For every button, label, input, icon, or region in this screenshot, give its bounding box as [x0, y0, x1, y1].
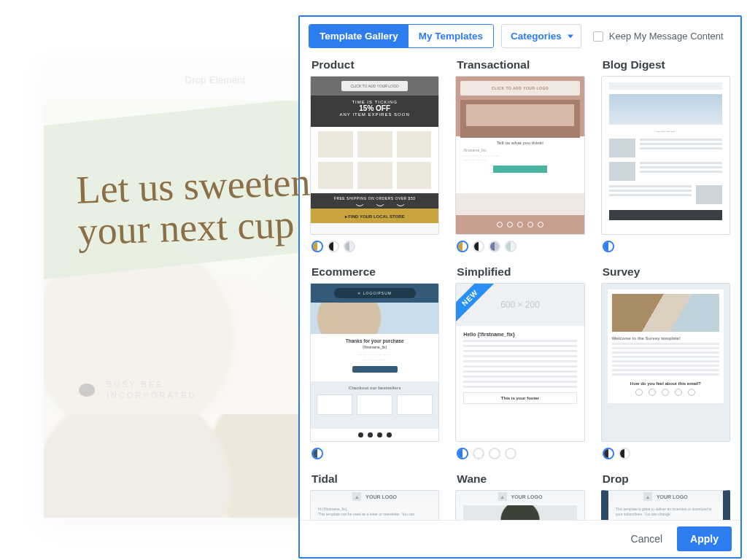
your-logo: YOUR LOGO — [511, 494, 543, 499]
template-thumbnail[interactable]: ▲YOUR LOGO — [455, 490, 584, 520]
keep-content-label: Keep My Message Content — [609, 31, 724, 42]
template-thumbnail[interactable]: Welcome to the Survey template! How do y… — [601, 283, 730, 442]
template-title: Survey — [603, 265, 730, 279]
color-swatches — [457, 241, 584, 252]
swatch[interactable] — [489, 241, 500, 252]
hello-heading: Hello {!firstname_fix} — [463, 332, 576, 337]
drop-line: This template is great to deliver an inc… — [616, 507, 716, 516]
swatch[interactable] — [505, 241, 516, 252]
your-logo: YOUR LOGO — [657, 494, 688, 499]
brand-pill: ✳ LOGOIPSUM — [334, 288, 416, 298]
your-logo: YOUR LOGO — [365, 494, 397, 499]
color-swatches — [603, 241, 730, 252]
mock-cta — [493, 166, 548, 173]
swatch[interactable] — [603, 241, 614, 252]
template-title: Wane — [457, 472, 584, 486]
template-thumbnail[interactable]: CLICK TO ADD YOUR LOGO Tell us what you … — [455, 76, 584, 235]
tab-my-templates[interactable]: My Templates — [409, 25, 493, 47]
categories-label: Categories — [511, 31, 562, 42]
swatch[interactable] — [311, 448, 323, 459]
image-icon: ▲ — [352, 492, 361, 501]
template-tidal[interactable]: Tidal ▲YOUR LOGO Hi {!firstname_fix}, Th… — [310, 468, 439, 520]
template-thumbnail[interactable]: ✳ LOGOIPSUM Thanks for your purchase {!f… — [310, 283, 439, 442]
logo-placeholder: CLICK TO ADD YOUR LOGO — [460, 81, 579, 96]
cancel-button[interactable]: Cancel — [624, 527, 670, 551]
template-title: Tidal — [311, 472, 439, 486]
footer-box: This is your footer — [463, 392, 576, 404]
color-swatches — [311, 448, 439, 459]
welcome-heading: Welcome to the Survey template! — [612, 336, 719, 341]
template-thumbnail[interactable]: ▲YOUR LOGO This template is great to del… — [601, 490, 730, 520]
template-title: Transactional — [457, 58, 584, 71]
swatch[interactable] — [457, 448, 468, 459]
image-icon: ▲ — [498, 492, 507, 501]
mock-image-row — [456, 193, 584, 215]
swatch[interactable] — [473, 241, 484, 252]
caret-down-icon — [568, 34, 573, 38]
editor-headline-line2: your next cup — [77, 202, 295, 253]
tidal-line: This template can be used as a letter or… — [318, 512, 431, 517]
template-drop[interactable]: Drop ▲YOUR LOGO This template is great t… — [601, 468, 730, 520]
mock-footer — [456, 215, 584, 234]
template-title: Product — [311, 58, 439, 71]
color-swatches — [457, 448, 584, 459]
swatch[interactable] — [603, 448, 614, 459]
template-title: Ecommerce — [311, 265, 439, 279]
template-title: Drop — [603, 472, 730, 486]
swatch[interactable] — [473, 448, 484, 459]
thanks-heading: Thanks for your purchase — [318, 338, 431, 343]
mock-heading: Tell us what you think! — [463, 141, 576, 145]
template-survey[interactable]: Survey Welcome to the Survey template! H… — [601, 261, 730, 459]
template-transactional[interactable]: Transactional CLICK TO ADD YOUR LOGO Tel… — [455, 54, 584, 252]
template-title: Blog Digest — [603, 58, 730, 71]
swatch[interactable] — [505, 448, 516, 459]
swatch[interactable] — [457, 241, 468, 252]
template-title: Simplified — [457, 265, 584, 279]
image-icon: ▲ — [643, 492, 652, 501]
template-thumbnail[interactable]: ···· ···· ···· ···· — [601, 76, 730, 235]
bestsellers-h: Checkout our bestsellers — [317, 386, 433, 390]
swatch[interactable] — [489, 448, 500, 459]
template-thumbnail[interactable]: NEW 600 × 200 Hello {!firstname_fix} Thi… — [455, 283, 584, 442]
keep-content-checkbox[interactable]: Keep My Message Content — [593, 31, 724, 42]
apply-button[interactable]: Apply — [677, 526, 732, 551]
shelf-image — [460, 100, 579, 138]
tab-group: Template Gallery My Templates — [309, 24, 494, 48]
template-thumbnail[interactable]: ▲YOUR LOGO Hi {!firstname_fix}, This tem… — [310, 490, 439, 520]
survey-question: How do you feel about this email? — [612, 381, 719, 386]
thanks-sub: {!firstname_fix} — [318, 345, 431, 349]
template-blog-digest[interactable]: Blog Digest ···· ···· ···· ···· — [601, 54, 730, 252]
modal-footer: Cancel Apply — [300, 520, 740, 557]
template-simplified[interactable]: Simplified NEW 600 × 200 Hello {!firstna… — [455, 261, 584, 459]
checkbox-icon — [593, 31, 603, 42]
logo-placeholder: CLICK TO ADD YOUR LOGO — [341, 81, 408, 92]
categories-dropdown[interactable]: Categories — [501, 24, 581, 48]
editor-headline: Let us sweeten your next cup — [44, 101, 387, 254]
template-picker-modal: Template Gallery My Templates Categories… — [298, 15, 742, 559]
color-swatches — [603, 448, 730, 459]
tab-template-gallery[interactable]: Template Gallery — [309, 25, 409, 47]
modal-toolbar: Template Gallery My Templates Categories… — [300, 17, 740, 54]
template-ecommerce[interactable]: Ecommerce ✳ LOGOIPSUM Thanks for your pu… — [310, 261, 439, 459]
template-wane[interactable]: Wane ▲YOUR LOGO — [455, 468, 584, 520]
swatch[interactable] — [619, 448, 630, 459]
